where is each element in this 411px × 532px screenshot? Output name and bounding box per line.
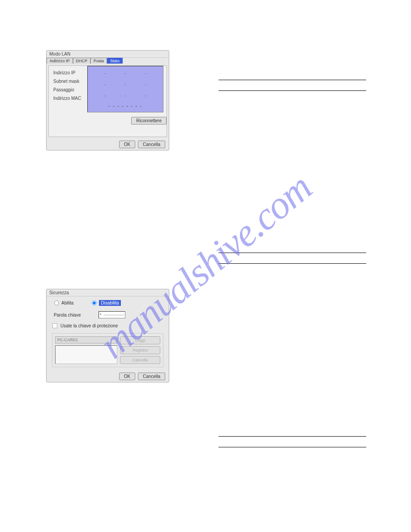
divider: [218, 253, 366, 253]
reconnect-button[interactable]: Riconnettere: [131, 117, 167, 124]
radio-disable-label: Disabilita: [99, 300, 121, 306]
dialog2-footer: OK Cancella: [47, 371, 169, 382]
dialog1-footer: OK Cancella: [47, 139, 169, 150]
tab-bar: Indirizzo IP DHCP Posta Stato: [47, 58, 169, 64]
ip-value-row: . . .: [95, 70, 156, 75]
cancel-button[interactable]: Cancella: [138, 141, 165, 148]
cancel-button[interactable]: Cancella: [138, 373, 165, 380]
subnet-value-row: . . .: [95, 81, 156, 86]
divider: [218, 263, 366, 264]
password-underline: [103, 315, 124, 315]
status-panel: Indirizzo IP Subnet mask Passaggio Indir…: [48, 65, 167, 137]
password-row: Parola chiave *: [47, 309, 169, 320]
label-mac: Indirizzo MAC: [53, 96, 89, 101]
dot: .: [145, 70, 146, 75]
tab-stato[interactable]: Stato: [107, 58, 123, 64]
divider: [218, 436, 366, 437]
ok-button[interactable]: OK: [119, 141, 135, 148]
use-key-checkbox[interactable]: [52, 323, 58, 329]
divider: [218, 80, 366, 80]
gateway-value-row: . . .: [95, 92, 156, 97]
dialog-title: Sicurezza: [47, 289, 169, 296]
radio-disable-input[interactable]: [92, 300, 97, 305]
key-list: [55, 345, 117, 364]
reconnect-row: Riconnettere: [131, 117, 167, 124]
key-panel: Leggi Registra Cancella: [52, 333, 163, 367]
dot: .: [145, 81, 146, 86]
label-ip: Indirizzo IP: [53, 70, 89, 75]
radio-enable[interactable]: Abilita: [54, 300, 73, 306]
register-button[interactable]: Registra: [120, 346, 160, 354]
dot: .: [104, 81, 106, 86]
radio-enable-label: Abilita: [61, 300, 73, 305]
ok-button[interactable]: OK: [119, 373, 135, 380]
use-key-label: Usate la chiave di protezione: [60, 323, 118, 328]
use-key-row: Usate la chiave di protezione: [47, 320, 169, 331]
lan-mode-dialog: Modo LAN Indirizzo IP DHCP Posta Stato I…: [46, 50, 169, 150]
radio-enable-input[interactable]: [54, 300, 59, 305]
mac-value: - - - - - - - -: [95, 103, 156, 108]
dot: .: [104, 70, 106, 75]
tab-dhcp[interactable]: DHCP: [73, 58, 91, 64]
tab-posta[interactable]: Posta: [90, 58, 107, 64]
dot: .: [125, 81, 126, 86]
read-button[interactable]: Leggi: [120, 336, 160, 344]
key-input: [55, 336, 117, 343]
password-label: Parola chiave: [54, 313, 90, 317]
divider: [218, 90, 366, 91]
dialog-title: Modo LAN: [47, 51, 169, 58]
radio-group: Abilita Disabilita: [47, 296, 169, 309]
dot: .: [145, 92, 146, 97]
dot: .: [104, 92, 106, 97]
password-input[interactable]: *: [98, 311, 125, 318]
label-gateway: Passaggio: [53, 87, 89, 92]
ip-display-box: . . . . . . . . . - - - - - - - -: [87, 66, 163, 112]
label-subnet: Subnet mask: [53, 79, 89, 84]
key-buttons: Leggi Registra Cancella: [120, 336, 160, 364]
divider: [218, 447, 366, 447]
dot: .: [125, 92, 126, 97]
tab-ip[interactable]: Indirizzo IP: [47, 58, 73, 64]
security-dialog: Sicurezza Abilita Disabilita Parola chia…: [46, 289, 169, 382]
password-value: *: [100, 313, 102, 317]
radio-disable[interactable]: Disabilita: [91, 300, 121, 306]
delete-button[interactable]: Cancella: [120, 356, 160, 364]
dot: .: [125, 70, 126, 75]
